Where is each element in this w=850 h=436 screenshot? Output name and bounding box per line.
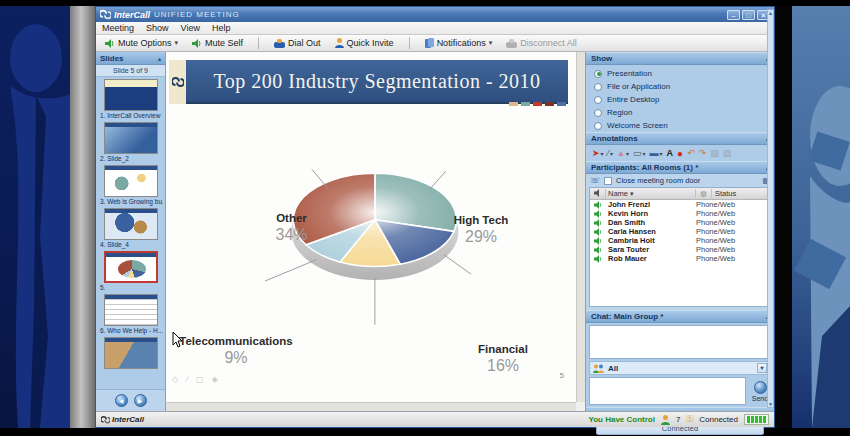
menu-item[interactable]: View (181, 23, 200, 33)
radio-icon[interactable] (594, 70, 602, 78)
presentation-viewer: Top 200 Industry Segmentation - 2010 (166, 52, 586, 411)
filled-rectangle-icon: ▬ (650, 148, 659, 158)
menu-item[interactable]: Help (212, 23, 231, 33)
menu-item[interactable]: Show (146, 23, 169, 33)
chat-input[interactable] (589, 377, 746, 405)
thumbnail-scrollbar[interactable]: ▲ ▼ (767, 9, 774, 408)
company-logo-icon (172, 76, 184, 88)
window-title: UNIFIED MEETING (154, 10, 240, 19)
slide-thumbnail[interactable]: 4. Slide_4 (99, 208, 163, 249)
slide-thumbnail[interactable] (99, 337, 163, 371)
stamp-tool-button[interactable]: ▲▾ (617, 149, 629, 158)
next-slide-button[interactable]: ▶ (134, 394, 147, 407)
scroll-up-icon[interactable]: ▲ (768, 10, 773, 16)
participant-row[interactable]: Rob Mauer Phone/Web (590, 254, 770, 263)
slide-thumbnail-image[interactable] (104, 294, 158, 326)
slide-thumbnail[interactable]: 2. Slide_2 (99, 122, 163, 163)
show-panel-header[interactable]: Show▴ (586, 52, 774, 65)
clear-annotations-button[interactable]: ▨ (710, 148, 719, 158)
radio-icon[interactable] (594, 109, 602, 117)
eraser-button[interactable]: ▧ (723, 148, 732, 158)
participant-name: Cambria Holt (606, 236, 696, 245)
show-option[interactable]: File or Application (594, 82, 766, 91)
radio-icon[interactable] (594, 96, 602, 104)
disconnect-all-button[interactable]: Disconnect All (503, 37, 580, 49)
slide-thumbnail[interactable]: 5. (99, 251, 163, 292)
pen-tool-button[interactable]: ∕▾ (608, 148, 614, 158)
mouse-cursor (172, 332, 184, 348)
show-option[interactable]: Region (594, 108, 766, 117)
show-option-label: Presentation (607, 69, 652, 78)
slide-thumbnail-image[interactable] (104, 165, 158, 197)
mute-self-button[interactable]: Mute Self (189, 37, 246, 49)
speaker-icon (594, 237, 602, 245)
participant-row[interactable]: Kevin Horn Phone/Web (590, 209, 770, 218)
slide-thumbnail-image[interactable] (104, 251, 158, 283)
name-column-header[interactable]: Name ▾ (606, 189, 696, 198)
radio-icon[interactable] (594, 122, 602, 130)
minimize-button[interactable]: – (727, 10, 740, 20)
annotations-panel-header[interactable]: Annotations▴ (586, 132, 774, 145)
slide-thumbnail-image[interactable] (104, 208, 158, 240)
participant-status: Phone/Web (696, 227, 770, 236)
participant-row[interactable]: Carla Hansen Phone/Web (590, 227, 770, 236)
quick-invite-button[interactable]: Quick Invite (332, 37, 397, 49)
mute-options-button[interactable]: Mute Options▾ (102, 37, 181, 49)
notifications-button[interactable]: Notifications▾ (422, 37, 496, 49)
slides-panel-header[interactable]: Slides▴ (96, 52, 165, 65)
close-door-checkbox[interactable] (604, 177, 612, 185)
radio-icon[interactable] (594, 83, 602, 91)
title-bar[interactable]: InterCall UNIFIED MEETING – □ ✕ (96, 7, 774, 22)
laser-pointer-button[interactable]: ● (677, 148, 683, 159)
slide-thumbnail[interactable]: 6. Who We Help - H... (99, 294, 163, 335)
viewer-vertical-scrollbar[interactable] (576, 52, 585, 402)
status-column-header[interactable]: Status (712, 189, 770, 198)
chat-input-row: Send (589, 377, 771, 405)
speaker-icon (594, 255, 602, 263)
slide-thumbnail[interactable]: 1. InterCall Overview (99, 79, 163, 120)
shape-tool-button[interactable]: ▭▾ (633, 148, 646, 158)
slide-title-banner: Top 200 Industry Segmentation - 2010 (169, 60, 568, 104)
pointer-icon: ➤ (592, 148, 600, 158)
menu-item[interactable]: Meeting (102, 23, 134, 33)
hand-column-header[interactable]: ◍ (696, 189, 712, 198)
slide-thumbnail-image[interactable] (104, 79, 158, 111)
chat-panel-header[interactable]: Chat: Main Group *▴ (586, 310, 774, 323)
participants-panel-header[interactable]: Participants: All Rooms (1) *▴ (586, 161, 774, 174)
slide-position-label: Slide 5 of 9 (96, 65, 165, 77)
participant-row[interactable]: Sara Touter Phone/Web (590, 245, 770, 254)
chat-recipient-row[interactable]: All ▾ (589, 361, 771, 375)
presentation-slide: Top 200 Industry Segmentation - 2010 (166, 52, 576, 402)
pointer-tool-button[interactable]: ➤▾ (592, 148, 604, 158)
show-option[interactable]: Entire Desktop (594, 95, 766, 104)
phonebook-icon[interactable]: ☏ (590, 176, 600, 185)
viewer-horizontal-scrollbar[interactable] (166, 402, 576, 411)
slide-thumbnail-image[interactable] (104, 122, 158, 154)
scroll-down-icon[interactable]: ▼ (768, 401, 773, 407)
slide-thumbnail[interactable]: 3. Web is Growing bu... (99, 165, 163, 206)
show-option[interactable]: Welcome Screen (594, 121, 766, 130)
participant-row[interactable]: Dan Smith Phone/Web (590, 218, 770, 227)
audio-column-header[interactable] (590, 189, 606, 199)
chat-message-area[interactable] (589, 325, 771, 359)
pie-slice-label: Other 34% (244, 212, 339, 243)
participants-panel: ☏ Close meeting room door ▦ Name ▾ ◍ St (586, 174, 774, 310)
slide-thumbnail-label: 2. Slide_2 (99, 154, 163, 163)
dropdown-icon: ▾ (489, 39, 493, 47)
participant-status: Phone/Web (696, 200, 770, 209)
maximize-button[interactable]: □ (742, 10, 755, 20)
undo-button[interactable]: ↶ (687, 148, 695, 158)
slide-thumbnail-label: 1. InterCall Overview (99, 111, 163, 120)
redo-button[interactable]: ↷ (699, 148, 707, 158)
collapse-icon[interactable]: ▴ (158, 55, 161, 62)
slide-thumbnail-image[interactable] (104, 337, 158, 369)
text-tool-button[interactable]: A (667, 148, 674, 158)
slice-name: Telecommunications (166, 335, 306, 348)
dial-out-button[interactable]: Dial Out (271, 37, 324, 49)
participant-row[interactable]: John Frenzl Phone/Web (590, 200, 770, 209)
previous-slide-button[interactable]: ◀ (115, 394, 128, 407)
participant-row[interactable]: Cambria Holt Phone/Web (590, 236, 770, 245)
recipient-dropdown-button[interactable]: ▾ (757, 363, 767, 373)
fill-tool-button[interactable]: ▬▾ (650, 148, 663, 158)
show-option[interactable]: Presentation (594, 69, 766, 78)
